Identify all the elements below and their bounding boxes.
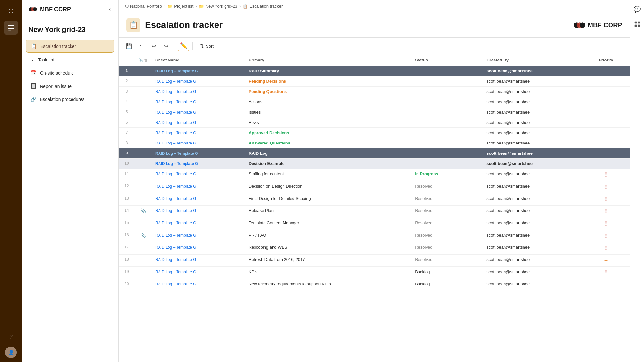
sheet-name-cell[interactable]: RAID Log – Template G <box>151 76 245 87</box>
breadcrumb-project-list[interactable]: 📁 Project list <box>167 4 193 9</box>
sheet-name-link[interactable]: RAID Log – Template G <box>155 162 198 166</box>
sheet-name-link[interactable]: RAID Log – Template G <box>155 89 196 94</box>
nav-sidebar: MBF CORP ‹ New York grid-23 📋 Escalation… <box>22 0 119 362</box>
col-status[interactable]: Status <box>411 54 483 66</box>
save-button[interactable]: 💾 <box>124 41 135 51</box>
sheet-name-cell[interactable]: RAID Log – Template G <box>151 255 245 267</box>
table-row: 10RAID Log – Template GDecision Examples… <box>119 159 630 169</box>
page-header: 📋 Escalation tracker MBF CORP <box>119 13 630 38</box>
sheet-name-link[interactable]: RAID Log – Template G <box>155 172 196 176</box>
sheet-name-link[interactable]: RAID Log – Template G <box>155 233 196 237</box>
status-cell <box>411 107 483 117</box>
nav-item-report-issue[interactable]: 🔲 Report an issue <box>26 80 114 92</box>
priority-cell <box>582 128 630 138</box>
sheet-name-link[interactable]: RAID Log – Template G <box>155 110 196 115</box>
redo-button[interactable]: ↪ <box>160 41 171 51</box>
svg-rect-3 <box>8 30 11 30</box>
sheet-name-link[interactable]: RAID Log – Template G <box>155 270 196 274</box>
sheet-name-link[interactable]: RAID Log – Template G <box>155 257 196 262</box>
ny-grid-icon: 📁 <box>199 4 204 9</box>
row-number: 11 <box>119 169 135 181</box>
priority-high-icon: ! <box>605 245 607 251</box>
sheet-name-cell[interactable]: RAID Log – Template G <box>151 128 245 138</box>
sheet-name-cell[interactable]: RAID Log – Template G <box>151 107 245 117</box>
sheet-name-link[interactable]: RAID Log – Template G <box>155 221 196 225</box>
sheet-name-link[interactable]: RAID Log – Template G <box>155 151 198 156</box>
nav-item-on-site-schedule[interactable]: 📅 On-site schedule <box>26 67 114 79</box>
sheet-name-cell[interactable]: RAID Log – Template G <box>151 218 245 230</box>
priority-medium-icon: – <box>604 282 608 288</box>
nav-item-task-list[interactable]: ☑ Task list <box>26 53 114 66</box>
status-cell: Resolved <box>411 218 483 230</box>
print-button[interactable]: 🖨 <box>136 41 147 51</box>
list-icon[interactable] <box>4 21 18 35</box>
created-by-cell: scott.bean@smartshee <box>483 242 582 255</box>
sheet-name-link[interactable]: RAID Log – Template G <box>155 209 196 213</box>
sheet-name-cell[interactable]: RAID Log – Template G <box>151 242 245 255</box>
table-row: 12RAID Log – Template GDecision on Desig… <box>119 181 630 193</box>
avatar[interactable]: 👤 <box>5 347 17 358</box>
sheet-name-cell[interactable]: RAID Log – Template G <box>151 138 245 148</box>
help-icon[interactable]: ? <box>4 330 18 344</box>
sheet-name-link[interactable]: RAID Log – Template G <box>155 120 196 125</box>
sheet-name-link[interactable]: RAID Log – Template G <box>155 79 196 84</box>
sheet-name-link[interactable]: RAID Log – Template G <box>155 131 196 135</box>
sheet-name-cell[interactable]: RAID Log – Template G <box>151 267 245 279</box>
collapse-button[interactable]: ‹ <box>108 5 112 14</box>
nav-item-escalation-tracker[interactable]: 📋 Escalation tracker <box>26 40 114 53</box>
sheet-name-link[interactable]: RAID Log – Template G <box>155 100 196 104</box>
table-container[interactable]: 📎 🗑 Sheet Name Primary Status Created By… <box>119 54 630 362</box>
col-primary[interactable]: Primary <box>245 54 411 66</box>
row-number: 14 <box>119 206 135 218</box>
breadcrumb-national-portfolio[interactable]: ⬡ National Portfolio <box>125 4 162 9</box>
primary-cell: Final Design for Detailed Scoping <box>245 193 411 206</box>
sheet-name-cell[interactable]: RAID Log – Template G <box>151 87 245 97</box>
nav-item-label: Escalation procedures <box>40 97 85 102</box>
breadcrumb-ny-grid[interactable]: 📁 New York grid-23 <box>199 4 237 9</box>
sheet-name-link[interactable]: RAID Log – Template G <box>155 245 196 250</box>
status-cell: Resolved <box>411 193 483 206</box>
sheet-name-cell[interactable]: RAID Log – Template G <box>151 206 245 218</box>
sheet-name-link[interactable]: RAID Log – Template G <box>155 69 198 73</box>
sheet-name-cell[interactable]: RAID Log – Template G <box>151 159 245 169</box>
undo-button[interactable]: ↩ <box>148 41 159 51</box>
grid-icon[interactable]: ⬡ <box>4 4 18 18</box>
sheet-name-cell[interactable]: RAID Log – Template G <box>151 279 245 291</box>
breadcrumb-escalation-tracker[interactable]: 📋 Escalation tracker <box>243 4 283 9</box>
col-priority[interactable]: Priority <box>582 54 630 66</box>
sidebar-bottom: ? 👤 <box>4 330 18 358</box>
priority-cell: – <box>582 255 630 267</box>
priority-cell <box>582 148 630 159</box>
sheet-name-cell[interactable]: RAID Log – Template G <box>151 66 245 76</box>
col-sheet-name[interactable]: Sheet Name <box>151 54 245 66</box>
escalation-tracker-icon: 📋 <box>31 43 37 49</box>
priority-cell <box>582 97 630 107</box>
primary-cell: Refresh Data from 2016, 2017 <box>245 255 411 267</box>
sheet-name-cell[interactable]: RAID Log – Template G <box>151 117 245 128</box>
table-row: 16📎RAID Log – Template GPR / FAQResolved… <box>119 230 630 242</box>
sheet-name-cell[interactable]: RAID Log – Template G <box>151 193 245 206</box>
created-by-cell: scott.bean@smartshee <box>483 206 582 218</box>
priority-cell: ! <box>582 267 630 279</box>
sheet-name-link[interactable]: RAID Log – Template G <box>155 196 196 201</box>
created-by-cell: scott.bean@smartshee <box>483 159 582 169</box>
sort-button[interactable]: ⇅ Sort <box>196 41 217 51</box>
sheet-name-cell[interactable]: RAID Log – Template G <box>151 148 245 159</box>
sheet-name-link[interactable]: RAID Log – Template G <box>155 141 196 145</box>
primary-cell: Staffing for content <box>245 169 411 181</box>
highlight-button[interactable]: ✏️ <box>178 41 189 51</box>
sheet-name-link[interactable]: RAID Log – Template G <box>155 184 196 189</box>
sidebar-icons: ⬡ ? 👤 <box>0 0 22 362</box>
sheet-name-cell[interactable]: RAID Log – Template G <box>151 230 245 242</box>
sheet-name-cell[interactable]: RAID Log – Template G <box>151 181 245 193</box>
priority-cell: ! <box>582 181 630 193</box>
nav-item-label: Escalation tracker <box>40 44 76 49</box>
chat-button[interactable]: 💬 <box>632 4 643 15</box>
sheet-name-cell[interactable]: RAID Log – Template G <box>151 97 245 107</box>
table-view-button[interactable] <box>632 19 643 30</box>
sheet-name-link[interactable]: RAID Log – Template G <box>155 282 196 286</box>
svg-rect-10 <box>634 22 637 24</box>
sheet-name-cell[interactable]: RAID Log – Template G <box>151 169 245 181</box>
col-created-by[interactable]: Created By <box>483 54 582 66</box>
nav-item-escalation-procedures[interactable]: 🔗 Escalation procedures <box>26 93 114 106</box>
